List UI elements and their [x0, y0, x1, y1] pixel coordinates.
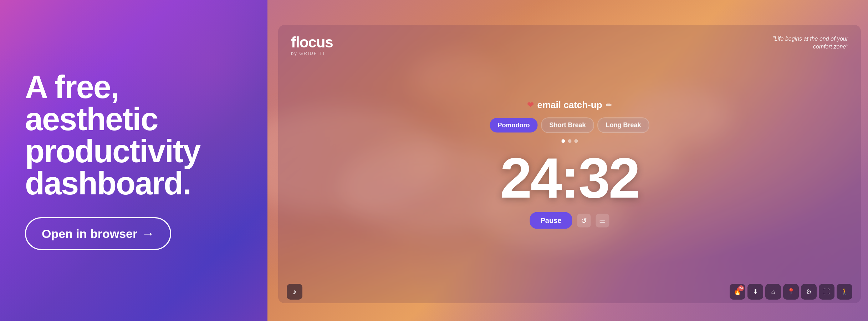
bottom-icons: 🔥 24 ⬇ ⌂ 📍 ⚙ ⛶ 🚶 [730, 284, 852, 300]
download-icon: ⬇ [753, 288, 758, 296]
app-window: flocus by GRIDFITI "Life begins at the e… [278, 25, 861, 303]
timer-display: 24:32 [500, 149, 639, 207]
person-icon: 🚶 [841, 288, 848, 296]
arrow-icon: → [142, 226, 154, 241]
home-icon: ⌂ [771, 288, 775, 296]
open-browser-button[interactable]: Open in browser → [25, 217, 171, 250]
logo-area: flocus by GRIDFITI [291, 35, 333, 56]
timer-controls: Pause ↺ ▭ [530, 212, 609, 229]
fire-badge: 24 [738, 285, 744, 291]
dot-3 [574, 139, 578, 143]
task-label-row: ❤ email catch-up ✏ [527, 100, 612, 111]
expand-icon: ⛶ [823, 288, 830, 296]
bottom-bar: ♪ 🔥 24 ⬇ ⌂ 📍 ⚙ [278, 284, 861, 300]
download-button[interactable]: ⬇ [747, 284, 763, 300]
timer-section: ❤ email catch-up ✏ Pomodoro Short Break … [490, 100, 649, 229]
fullscreen-icon: ▭ [599, 216, 606, 225]
pause-button[interactable]: Pause [530, 212, 572, 229]
heart-icon: ❤ [527, 100, 533, 109]
dot-1 [561, 139, 565, 143]
expand-button[interactable]: ⛶ [819, 284, 834, 300]
right-panel: flocus by GRIDFITI "Life begins at the e… [267, 0, 868, 321]
dot-2 [568, 139, 571, 143]
edit-icon[interactable]: ✏ [606, 101, 612, 109]
pin-icon: 📍 [787, 288, 795, 296]
pin-button[interactable]: 📍 [783, 284, 799, 300]
timer-dots [561, 139, 578, 143]
logo-text: flocus [291, 35, 333, 50]
fire-button[interactable]: 🔥 24 [730, 284, 745, 300]
task-name: email catch-up [537, 100, 602, 111]
settings-icon: ⚙ [806, 288, 812, 296]
headline: A free, aesthetic productivity dashboard… [25, 71, 242, 199]
home-button[interactable]: ⌂ [765, 284, 781, 300]
music-icon: ♪ [293, 287, 297, 296]
settings-button[interactable]: ⚙ [801, 284, 817, 300]
quote-text: "Life begins at the end of your comfort … [755, 35, 848, 51]
logo-sub: by GRIDFITI [291, 51, 333, 56]
reset-icon: ↺ [581, 216, 587, 225]
fullscreen-button[interactable]: ▭ [596, 214, 609, 227]
timer-tabs: Pomodoro Short Break Long Break [490, 118, 649, 133]
left-panel: A free, aesthetic productivity dashboard… [0, 0, 267, 321]
tab-long-break[interactable]: Long Break [598, 118, 649, 133]
reset-button[interactable]: ↺ [577, 214, 591, 227]
music-button[interactable]: ♪ [287, 284, 302, 300]
tab-short-break[interactable]: Short Break [541, 118, 594, 133]
tab-pomodoro[interactable]: Pomodoro [490, 118, 537, 133]
cta-label: Open in browser [42, 227, 137, 241]
person-button[interactable]: 🚶 [837, 284, 852, 300]
app-header: flocus by GRIDFITI "Life begins at the e… [278, 25, 861, 63]
